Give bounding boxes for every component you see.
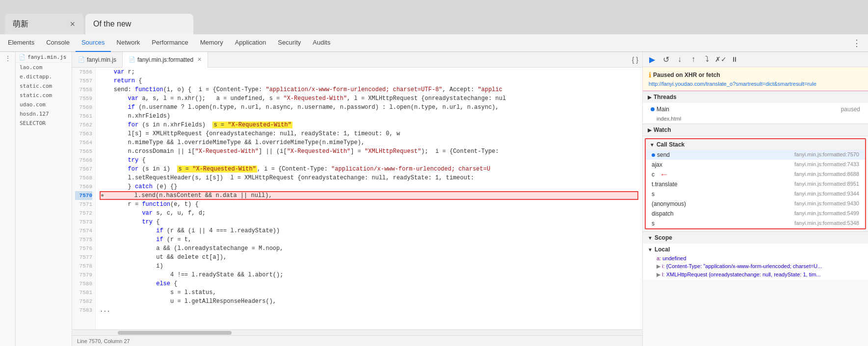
threads-arrow-icon: ▶ — [648, 95, 652, 100]
file-tab-label-1: fanyi.min.js — [87, 56, 116, 63]
stack-item-translate[interactable]: t.translate fanyi.min.js:formatted:8951 — [646, 179, 865, 189]
stack-loc-c: fanyi.min.js:formatted:8688 — [794, 171, 859, 178]
tab-memory[interactable]: Memory — [194, 34, 229, 52]
code-line-7576: a && (l.onreadystatechange = M.noop, — [100, 244, 638, 253]
step-button[interactable]: ⤵ — [702, 54, 712, 65]
file-name-1[interactable]: fanyi.min.js — [27, 54, 66, 60]
line-numbers: 7556 7557 7558 7559 7560 7561 7562 7563 … — [72, 68, 96, 329]
devtools-tab-bar: Elements Console Sources Network Perform… — [0, 34, 868, 52]
scope-val-i: {Content-Type: "application/x-www-form-u… — [666, 263, 822, 269]
call-stack-section: ▼ Call Stack send fanyi.min.js:formatted… — [645, 138, 866, 229]
debug-toolbar: ▶ ↺ ↓ ↑ ⤵ ✗✓ ⏸ — [643, 52, 868, 67]
scope-local-header[interactable]: ▼ Local — [643, 245, 868, 254]
code-tab-fanyi[interactable]: 📄 fanyi.min.js — [72, 52, 123, 68]
file-tree-item-static2[interactable]: static.com — [16, 91, 72, 100]
call-stack-label: Call Stack — [657, 141, 684, 148]
tab-performance[interactable]: Performance — [146, 34, 194, 52]
scope-item-i[interactable]: ▶ i: {Content-Type: "application/x-www-f… — [643, 262, 868, 271]
code-line-7558: send: function(i, o) { i = {Content-Type… — [100, 85, 638, 94]
code-line-7571: r = function(e, t) { — [100, 200, 638, 209]
file-tree-item-lao[interactable]: lao.com — [16, 63, 72, 72]
tab-audits[interactable]: Audits — [307, 34, 336, 52]
stack-item-s2[interactable]: s fanyi.min.js:formatted:5348 — [646, 219, 865, 228]
tab1-title: 萌新 — [13, 19, 28, 29]
threads-label: Threads — [654, 94, 677, 100]
scope-key-i: i: — [662, 263, 665, 269]
stack-item-c[interactable]: c ← fanyi.min.js:formatted:8688 — [646, 170, 865, 179]
code-editor: 📄 fanyi.min.js 📄 fanyi.min.js:formatted … — [72, 52, 642, 346]
stack-fn-s2: s — [652, 220, 655, 227]
file-tree-item-udao[interactable]: udao.com — [16, 100, 72, 109]
status-text: Line 7570, Column 27 — [77, 338, 130, 344]
scope-item-l[interactable]: ▶ l: XMLHttpRequest {onreadystatechange:… — [643, 271, 868, 279]
stack-fn-translate: t.translate — [652, 181, 678, 188]
code-toolbar-icon[interactable]: { } — [628, 56, 642, 64]
scope-expand-i[interactable]: ▶ — [657, 263, 660, 269]
stack-item-dispatch[interactable]: dispatch fanyi.min.js:formatted:5499 — [646, 209, 865, 219]
paused-url[interactable]: http://fanyi.youdao.com/translate_o?smar… — [649, 81, 862, 87]
tab-group: 萌新 ✕ Of the new — [5, 0, 193, 34]
file-tab-close-2[interactable]: ✕ — [197, 56, 202, 63]
tab-network[interactable]: Network — [111, 34, 146, 52]
paused-icon: ℹ — [649, 71, 651, 79]
tab2-title: Of the new — [93, 20, 131, 28]
scope-local-label: Local — [655, 246, 670, 253]
code-line-7579: 4 !== l.readyState && l.abort(); — [100, 271, 638, 279]
deactivate-button[interactable]: ✗✓ — [715, 54, 726, 65]
browser-tab-2[interactable]: Of the new — [85, 14, 193, 34]
tab1-close[interactable]: ✕ — [70, 20, 76, 28]
tab-security[interactable]: Security — [272, 34, 307, 52]
stack-dot-icon — [652, 153, 655, 157]
scope-expand-l[interactable]: ▶ — [657, 272, 660, 277]
code-horizontal-scrollbar[interactable] — [72, 329, 642, 335]
resume-button[interactable]: ▶ — [647, 54, 658, 65]
stack-fn-c: c — [652, 171, 655, 178]
code-line-7557: return { — [100, 76, 638, 85]
sidebar-toggle[interactable]: ⋮ — [0, 52, 16, 346]
code-line-7563: l[s] = XMLHttpRequest {onreadystatechang… — [100, 129, 638, 138]
thread-main[interactable]: Main paused — [643, 104, 868, 115]
step-into-button[interactable]: ↓ — [674, 54, 685, 65]
thread-index-html[interactable]: index.html — [643, 115, 868, 123]
step-out-button[interactable]: ↑ — [688, 54, 699, 65]
stack-fn-ajax: ajax — [652, 161, 662, 168]
thread-main-name: Main — [651, 106, 669, 113]
stack-fn-s1: s — [652, 191, 655, 198]
code-line-7573: try { — [100, 218, 638, 226]
scope-arrow-icon: ▼ — [648, 235, 653, 241]
stack-item-send[interactable]: send fanyi.min.js:formatted:7570 — [646, 150, 865, 160]
file-tree-item-static1[interactable]: static.com — [16, 81, 72, 91]
devtools-more-icon[interactable]: ⋮ — [847, 34, 866, 52]
scrollbar-thumb[interactable] — [118, 331, 232, 335]
stack-item-ajax[interactable]: ajax fanyi.min.js:formatted:7433 — [646, 160, 865, 170]
browser-tab-1[interactable]: 萌新 ✕ — [5, 14, 83, 34]
threads-header[interactable]: ▶ Threads — [643, 91, 868, 103]
tab-console[interactable]: Console — [40, 34, 76, 52]
hamburger-icon[interactable]: ⋮ — [5, 55, 11, 62]
stack-item-s1[interactable]: s fanyi.min.js:formatted:9344 — [646, 189, 865, 199]
tab-elements[interactable]: Elements — [2, 34, 40, 52]
code-tab-fanyi-formatted[interactable]: 📄 fanyi.min.js:formatted ✕ — [123, 52, 208, 68]
code-line-7582: u = l.getAllResponseHeaders(), — [100, 297, 638, 306]
file-tree-item-hosdn[interactable]: hosdn.127 — [16, 109, 72, 119]
file-tree-item-dictapp[interactable]: e.dictapp. — [16, 72, 72, 81]
step-over-button[interactable]: ↺ — [660, 54, 671, 65]
scope-val-l: XMLHttpRequest {onreadystatechange: null… — [666, 272, 821, 277]
code-content[interactable]: 7556 7557 7558 7559 7560 7561 7562 7563 … — [72, 68, 642, 329]
stack-item-anonymous[interactable]: (anonymous) fanyi.min.js:formatted:9430 — [646, 199, 865, 209]
code-line-7583: ... — [100, 306, 638, 315]
paused-notice: ℹ Paused on XHR or fetch http://fanyi.yo… — [643, 67, 868, 91]
file-tab-icon-1: 📄 — [78, 56, 85, 63]
file-tree-item-selector[interactable]: SELECTOR — [16, 119, 72, 128]
call-stack-header[interactable]: ▼ Call Stack — [646, 139, 865, 150]
code-text-area[interactable]: var r; return { send: function(i, o) { i… — [96, 68, 642, 329]
tab-application[interactable]: Application — [229, 34, 272, 52]
threads-section: ▶ Threads Main paused index.html — [643, 91, 868, 124]
file-tab-label-2: fanyi.min.js:formatted — [137, 56, 193, 63]
scope-key-a: a: — [657, 255, 661, 261]
tab-sources[interactable]: Sources — [76, 34, 111, 52]
scope-header[interactable]: ▼ Scope — [643, 232, 868, 244]
dont-pause-button[interactable]: ⏸ — [729, 54, 740, 65]
watch-header[interactable]: ▶ Watch — [643, 124, 868, 136]
code-line-7578: i) — [100, 262, 638, 271]
